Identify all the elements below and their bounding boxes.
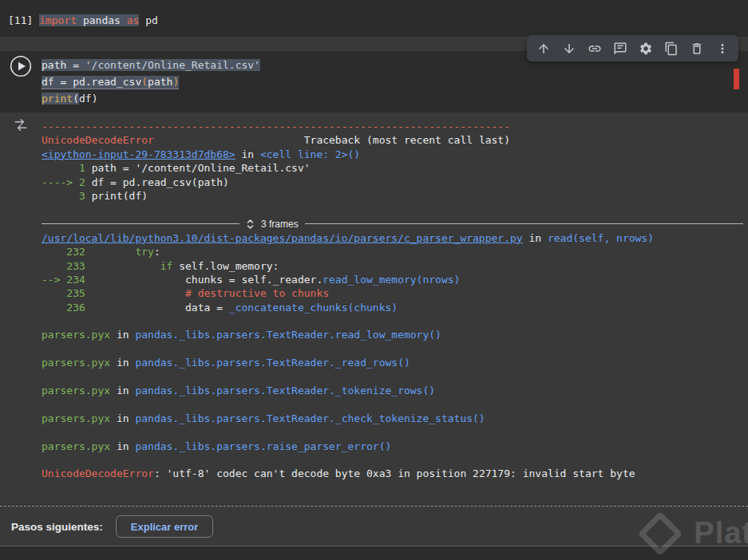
traceback-line: [42, 453, 743, 467]
text-segment: try: [135, 246, 153, 258]
text-segment: UnicodeDecodeError: [42, 134, 154, 146]
text-segment: ----> 2: [42, 176, 92, 188]
text-segment: in: [110, 412, 135, 424]
text-segment: path = '/content/Online_Retail.csv': [92, 162, 311, 174]
traceback-line: /usr/local/lib/python3.10/dist-packages/…: [42, 231, 743, 245]
text-segment: read(self, nrows): [548, 232, 654, 244]
traceback-line: ----------------------------------------…: [42, 120, 743, 133]
error-overview-marker: [734, 69, 739, 89]
editor-settings-button[interactable]: [635, 37, 656, 59]
text-segment: print(df): [92, 190, 148, 202]
text-segment: [85, 260, 160, 272]
text-segment: # destructive to chunks: [185, 287, 329, 299]
add-comment-button[interactable]: [609, 37, 631, 59]
move-cell-up-button[interactable]: [532, 37, 554, 59]
traceback-line: parsers.pyx in pandas._libs.parsers.Text…: [42, 356, 743, 369]
text-segment: read_low_memory(nrows): [323, 274, 460, 286]
text-segment: in: [110, 385, 135, 396]
traceback-link[interactable]: /usr/local/lib/python3.10/dist-packages/…: [42, 232, 523, 244]
frames-rule-right: [305, 223, 743, 224]
frames-toggle[interactable]: 3 frames: [42, 217, 743, 231]
next-cell-strip: [0, 546, 748, 560]
text-segment: parsers.pyx: [42, 412, 110, 424]
traceback-line: parsers.pyx in pandas._libs.parsers.Text…: [42, 328, 743, 341]
text-segment: import: [39, 14, 77, 26]
text-segment: Traceback (most recent call last): [154, 134, 510, 146]
text-segment: parsers.pyx: [42, 357, 110, 369]
text-segment: parsers.pyx: [42, 329, 110, 341]
text-segment: pandas._libs.parsers.TextReader._tokeniz…: [135, 385, 435, 396]
text-segment: path: [148, 76, 172, 88]
gear-icon: [639, 41, 653, 56]
text-segment: pd.read_csv: [73, 76, 141, 88]
traceback-before: ----------------------------------------…: [42, 120, 743, 217]
traceback-line: [42, 203, 743, 216]
text-segment: df: [42, 76, 60, 88]
kebab-menu-icon: [715, 41, 730, 56]
text-segment: as: [127, 14, 140, 26]
traceback-after: /usr/local/lib/python3.10/dist-packages/…: [42, 231, 743, 481]
arrow-up-icon: [536, 41, 551, 56]
prev-cell-code[interactable]: [11] import pandas as pd: [8, 12, 158, 29]
run-cell-button[interactable]: [10, 55, 32, 77]
code-line: [11] import pandas as pd: [8, 12, 158, 29]
notebook-page: [11] import pandas as pd: [0, 0, 748, 560]
text-segment: df: [79, 93, 92, 105]
text-segment: <cell line: 2>(): [260, 148, 360, 160]
traceback-line: --> 234 chunks = self._reader.read_low_m…: [42, 273, 743, 286]
traceback-line: UnicodeDecodeError: 'utf-8' codec can't …: [42, 467, 743, 480]
text-segment: df = pd.read_csv(path): [92, 176, 229, 188]
text-segment: print: [42, 93, 73, 105]
next-steps-bar: Pasos siguientes: Explicar error: [0, 506, 748, 546]
traceback-line: [42, 425, 743, 439]
traceback-line: [42, 397, 743, 411]
text-segment: : 'utf-8' codec can't decode byte 0xa3 i…: [154, 467, 635, 479]
traceback-line: [42, 342, 743, 356]
text-segment: 233: [42, 260, 85, 272]
text-segment: pandas._libs.parsers.TextReader._check_t…: [135, 412, 485, 424]
play-icon: [10, 55, 32, 77]
traceback-line: 1 path = '/content/Online_Retail.csv': [42, 161, 743, 175]
traceback-line: 3 print(df): [42, 189, 743, 203]
code-editor[interactable]: path = '/content/Online_Retail.csv'df = …: [42, 57, 260, 107]
text-segment: --> 234: [42, 274, 85, 286]
delete-cell-button[interactable]: [686, 37, 707, 59]
traceback-link[interactable]: <ipython-input-29-783313d7db68>: [42, 148, 235, 160]
text-segment: if: [160, 260, 173, 272]
move-cell-down-button[interactable]: [558, 37, 580, 59]
code-line: path = '/content/Online_Retail.csv': [42, 57, 260, 73]
traceback-line: [42, 370, 743, 384]
text-segment: in: [523, 232, 548, 244]
text-segment: (: [141, 76, 148, 88]
text-segment: data =: [85, 302, 229, 314]
text-segment: (: [73, 93, 79, 105]
text-segment: =: [60, 76, 73, 88]
traceback-line: parsers.pyx in pandas._libs.parsers.Text…: [42, 412, 743, 425]
text-segment: in: [110, 329, 135, 341]
link-to-cell-button[interactable]: [584, 37, 605, 59]
text-segment: parsers.pyx: [42, 385, 110, 396]
traceback-line: parsers.pyx in pandas._libs.parsers.Text…: [42, 384, 743, 397]
trash-icon: [690, 41, 704, 56]
text-segment: 232: [42, 246, 85, 258]
traceback-line: [42, 314, 743, 328]
text-segment: path: [42, 59, 73, 71]
previous-cell: [11] import pandas as pd: [0, 0, 748, 37]
text-segment: '/content/Online_Retail.csv': [85, 59, 260, 71]
text-segment: 235: [42, 287, 85, 299]
traceback-line: 232 try:: [42, 245, 743, 258]
more-cell-actions-button[interactable]: [711, 37, 733, 59]
text-segment: in: [110, 357, 135, 369]
text-segment: [85, 246, 136, 258]
text-segment: 1: [42, 162, 92, 174]
expand-collapse-icon: [246, 219, 255, 230]
text-segment: ----------------------------------------…: [42, 120, 510, 132]
explain-error-button[interactable]: Explicar error: [116, 515, 214, 538]
text-segment: =: [73, 59, 85, 71]
text-segment: [11]: [8, 14, 39, 26]
code-line: print(df): [42, 90, 260, 107]
frames-label: 3 frames: [261, 219, 299, 230]
mirror-cell-button[interactable]: [660, 37, 682, 59]
text-segment: UnicodeDecodeError: [42, 467, 154, 479]
traceback-line: ----> 2 df = pd.read_csv(path): [42, 175, 743, 189]
